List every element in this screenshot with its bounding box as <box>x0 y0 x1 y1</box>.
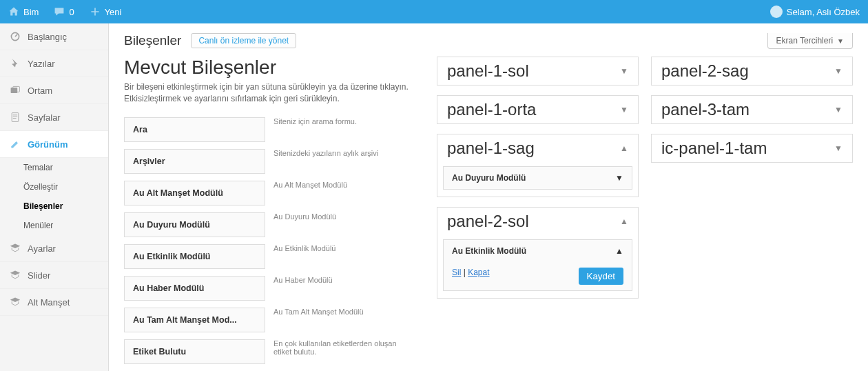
available-widget[interactable]: Au Haber Modülü <box>124 276 265 301</box>
sidebar-item-label: Slider <box>28 270 50 281</box>
sidebar-item-yazılar[interactable]: Yazılar <box>0 50 108 77</box>
site-name: Bim <box>23 7 39 17</box>
available-widget[interactable]: Au Etkinlik Modülü <box>124 244 265 269</box>
sidebar-item-alt manşet[interactable]: Alt Manşet <box>0 289 108 316</box>
sidebar-item-label: Görünüm <box>28 139 68 150</box>
sidebar-item-ayarlar[interactable]: Ayarlar <box>0 235 108 262</box>
placed-widget-toggle[interactable]: Au Etkinlik Modülü▲ <box>444 240 632 262</box>
sidebar-area-panel-1-sol: panel-1-sol▼ <box>437 57 639 86</box>
sidebar-area-panel-1-sag: panel-1-sag▲Au Duyuru Modülü▼ <box>437 134 639 197</box>
available-widget-desc: Au Etkinlik Modülü <box>272 244 413 269</box>
sidebar-item-label: Ayarlar <box>28 243 56 254</box>
sidebar-item-başlangıç[interactable]: Başlangıç <box>0 23 108 50</box>
sidebar-item-slider[interactable]: Slider <box>0 262 108 289</box>
placed-widget: Au Etkinlik Modülü▲Sil | KapatKaydet <box>443 239 632 291</box>
new-content-link[interactable]: Yeni <box>90 6 122 17</box>
live-preview-button[interactable]: Canlı ön izleme ile yönet <box>191 33 296 48</box>
available-widget[interactable]: Etiket Bulutu <box>124 339 265 364</box>
sidebar-sub-özelleştir[interactable]: Özelleştir <box>0 177 108 197</box>
sidebar-area-toggle[interactable]: panel-2-sol▲ <box>437 208 638 235</box>
plus-icon <box>90 6 101 17</box>
site-home-link[interactable]: Bim <box>8 6 39 17</box>
sidebar-area-name: panel-2-sol <box>447 212 529 231</box>
media-icon <box>10 85 21 96</box>
chevron-up-icon: ▲ <box>620 143 628 153</box>
available-widget[interactable]: Arşivler <box>124 149 265 174</box>
chevron-up-icon: ▲ <box>615 246 623 256</box>
available-widget-desc: Au Alt Manşet Modülü <box>272 181 413 205</box>
available-widget[interactable]: Au Tam Alt Manşet Mod... <box>124 308 265 332</box>
available-widget-desc: Sitenizdeki yazıların aylık arşivi <box>272 149 413 174</box>
sidebar-area-toggle[interactable]: panel-1-sol▼ <box>437 57 638 85</box>
account-link[interactable]: Selam, Aslı Özbek <box>770 6 860 18</box>
widget-close-link[interactable]: Kapat <box>468 268 489 277</box>
placed-widget-toggle[interactable]: Au Duyuru Modülü▼ <box>444 167 632 189</box>
chevron-down-icon: ▼ <box>837 37 844 45</box>
sidebar-area-body[interactable]: Au Duyuru Modülü▼ <box>437 162 638 197</box>
grad-icon <box>10 297 21 308</box>
comments-link[interactable]: 0 <box>54 6 74 17</box>
placed-widget: Au Duyuru Modülü▼ <box>443 166 632 190</box>
screen-options-toggle[interactable]: Ekran Tercihleri ▼ <box>767 33 853 49</box>
brush-icon <box>10 139 21 150</box>
svg-rect-1 <box>11 88 18 93</box>
home-icon <box>8 6 19 17</box>
sidebar-area-panel-2-sag: panel-2-sag▼ <box>651 57 853 86</box>
chevron-down-icon: ▼ <box>834 105 843 114</box>
sidebar-area-panel-2-sol: panel-2-sol▲Au Etkinlik Modülü▲Sil | Kap… <box>437 207 639 299</box>
available-widget[interactable]: Au Alt Manşet Modülü <box>124 181 265 205</box>
available-widget-desc: En çok kullanılan etiketlerden oluşan et… <box>272 339 413 364</box>
sidebar-areas: panel-1-sol▼panel-1-orta▼panel-1-sag▲Au … <box>437 57 853 364</box>
sidebar-area-toggle[interactable]: panel-1-orta▼ <box>437 96 638 123</box>
sidebar-area-name: ic-panel-1-tam <box>661 139 767 158</box>
sidebar-area-panel-1-orta: panel-1-orta▼ <box>437 95 639 124</box>
sidebar-item-label: Alt Manşet <box>28 297 70 308</box>
sidebar-item-ortam[interactable]: Ortam <box>0 77 108 104</box>
sidebar-area-name: panel-1-sag <box>447 139 535 158</box>
page-icon <box>10 112 21 123</box>
widget-delete-link[interactable]: Sil <box>452 268 461 277</box>
available-title: Mevcut Bileşenler <box>124 57 420 79</box>
sidebar-sub-temalar[interactable]: Temalar <box>0 158 108 177</box>
sidebar-sub-menüler[interactable]: Menüler <box>0 216 108 235</box>
available-widget-desc: Au Duyuru Modülü <box>272 212 413 237</box>
page-title: Bileşenler <box>124 33 181 48</box>
sidebar-item-label: Başlangıç <box>28 32 67 42</box>
chevron-down-icon: ▼ <box>620 105 628 114</box>
new-label: Yeni <box>105 7 122 17</box>
sidebar-item-label: Sayfalar <box>28 112 61 123</box>
comment-icon <box>54 6 65 17</box>
admin-sidebar: BaşlangıçYazılarOrtamSayfalarGörünümTema… <box>0 23 109 371</box>
admin-topbar: Bim 0 Yeni Selam, Aslı Özbek <box>0 0 868 23</box>
chevron-down-icon: ▼ <box>834 143 843 153</box>
comments-count: 0 <box>69 7 74 17</box>
pin-icon <box>10 58 21 69</box>
sidebar-area-toggle[interactable]: ic-panel-1-tam▼ <box>652 134 852 162</box>
chevron-down-icon: ▼ <box>834 66 843 76</box>
widget-save-button[interactable]: Kaydet <box>579 268 624 285</box>
dash-icon <box>10 31 21 42</box>
greeting: Selam, Aslı Özbek <box>787 7 860 17</box>
available-widget[interactable]: Ara <box>124 117 265 142</box>
chevron-down-icon: ▼ <box>620 66 628 76</box>
sidebar-area-name: panel-3-tam <box>661 100 750 119</box>
page-title-row: Bileşenler Canlı ön izleme ile yönet <box>124 33 767 48</box>
available-widget-desc: Siteniz için arama formu. <box>272 117 413 142</box>
available-widget-desc: Au Haber Modülü <box>272 276 413 301</box>
sidebar-item-label: Ortam <box>28 86 52 96</box>
sidebar-area-toggle[interactable]: panel-1-sag▲ <box>437 134 638 162</box>
chevron-up-icon: ▲ <box>620 217 628 226</box>
available-widget[interactable]: Au Duyuru Modülü <box>124 212 265 237</box>
sidebar-area-toggle[interactable]: panel-3-tam▼ <box>652 96 852 123</box>
placed-widget-title: Au Duyuru Modülü <box>452 173 526 183</box>
grad-icon <box>10 243 21 254</box>
sidebar-area-name: panel-1-sol <box>447 61 529 81</box>
available-widget-desc: Au Tam Alt Manşet Modülü <box>272 308 413 332</box>
available-widgets-column: Mevcut Bileşenler Bir bileşeni etkinleşt… <box>124 57 420 364</box>
sidebar-item-görünüm[interactable]: Görünüm <box>0 131 108 158</box>
sidebar-sub-bileşenler[interactable]: Bileşenler <box>0 197 108 216</box>
sidebar-area-name: panel-2-sag <box>661 61 749 81</box>
sidebar-area-toggle[interactable]: panel-2-sag▼ <box>652 57 852 85</box>
sidebar-area-body[interactable]: Au Etkinlik Modülü▲Sil | KapatKaydet <box>437 235 638 298</box>
sidebar-item-sayfalar[interactable]: Sayfalar <box>0 104 108 131</box>
